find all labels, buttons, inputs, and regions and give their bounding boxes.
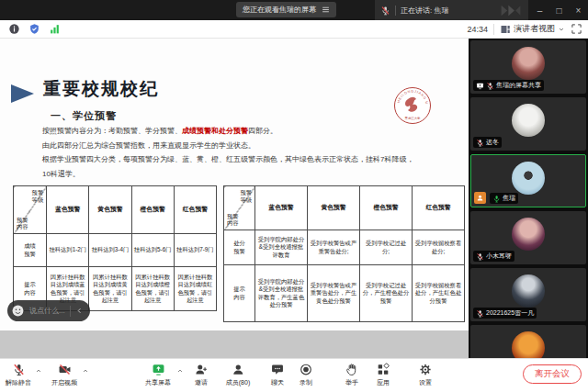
avatar xyxy=(512,104,545,137)
participant-tile[interactable]: 20221625雷一凡 xyxy=(470,268,586,321)
screen-watch-banner[interactable]: 您正在观看焦瑞的屏幕 xyxy=(236,2,336,17)
share-screen-icon xyxy=(152,363,165,376)
emoji-smiley-icon[interactable] xyxy=(11,304,25,318)
column-header: 蓝色预警 xyxy=(47,186,89,234)
corner-top-label: 预警等级 xyxy=(31,189,44,203)
table-row: 成绩预警 挂科达到1-2门 挂科达到3-4门 挂科达到5-6门 挂科达到7-9门 xyxy=(14,234,217,267)
participant-label: 迟冬 xyxy=(473,137,502,148)
table-cell: 受到学校警告或严重警告处分，产生黄色处分预警 xyxy=(308,265,360,322)
muted-mic-icon xyxy=(476,252,484,261)
paragraph-1-pre: 按照预警内容分为：考勤预警、学分预警、 xyxy=(42,127,182,135)
chat-button[interactable]: 聊天 xyxy=(271,363,285,387)
table-cell: 因累计挂科数目达到成绩黄色预警，请引起注意 xyxy=(89,267,131,311)
close-button[interactable]: × xyxy=(569,0,588,20)
menu-icon[interactable] xyxy=(322,6,330,14)
table-cell: 受到学校记过处分; xyxy=(360,230,413,265)
invite-person-icon xyxy=(195,363,209,376)
table-cell: 受到学校警告或严重警告处分; xyxy=(308,230,360,265)
share-screen-label: 共享屏幕 xyxy=(145,378,171,387)
meeting-info-icon[interactable] xyxy=(8,23,20,35)
participant-tile-share[interactable]: 焦瑞的屏幕共享 xyxy=(470,40,586,94)
table-cell: 因累计挂科数目达到成绩橙色预警，请引起注意 xyxy=(131,267,174,311)
chat-input-placeholder[interactable]: 说点什么... xyxy=(29,306,65,316)
avatar xyxy=(512,162,545,195)
muted-mic-icon xyxy=(486,82,494,90)
participant-tile[interactable]: 迟冬 xyxy=(470,97,586,151)
record-label: 录制 xyxy=(300,378,312,387)
meeting-info-bar: 24:34 演讲者视图 xyxy=(0,20,588,39)
unmute-button[interactable]: 解除静音 xyxy=(6,363,31,387)
participant-label: 小木耳呀 xyxy=(473,251,514,262)
participant-tile-speaking[interactable]: 焦瑞 xyxy=(470,154,586,207)
network-signal-icon[interactable] xyxy=(49,23,61,35)
table-cell: 因累计挂科数目达到成绩红色预警，请引起注意 xyxy=(174,267,216,311)
screen-share-letterbox xyxy=(0,330,469,358)
leave-meeting-button[interactable]: 离开会议 xyxy=(523,364,582,384)
apps-button[interactable]: 应用 xyxy=(377,363,390,387)
participant-tile[interactable] xyxy=(470,325,586,358)
participant-tile[interactable]: 小木耳呀 xyxy=(470,211,586,264)
meeting-window: 您正在观看焦瑞的屏幕 正在讲话: 焦瑞 – □ × 24:34 演讲者视图 xyxy=(0,0,588,392)
paragraph-4: 10科退学。 xyxy=(42,167,458,182)
participant-name: 20221625雷一凡 xyxy=(486,308,534,318)
shared-screen-slide: 重要校规校纪 一、学位预警 按照预警内容分为：考勤预警、学分预警、成绩预警和处分… xyxy=(0,39,469,330)
divider xyxy=(493,24,494,35)
maximize-button[interactable]: □ xyxy=(549,0,569,20)
table-cell: 受到学院内部处分&受到全校通报批评教育 xyxy=(255,230,308,265)
share-options-caret[interactable] xyxy=(176,367,184,375)
participants-sidebar: 焦瑞的屏幕共享 迟冬 焦瑞 小木耳呀 xyxy=(469,39,588,358)
collapse-chevron-left-icon[interactable] xyxy=(75,307,84,315)
screen-watch-banner-text: 您正在观看焦瑞的屏幕 xyxy=(243,5,316,15)
title-triangle-bullet xyxy=(11,84,34,103)
table-cell: 挂科达到1-2门 xyxy=(47,234,89,267)
column-header: 橙色预警 xyxy=(360,186,413,230)
mic-options-caret[interactable] xyxy=(35,367,42,375)
minimize-button[interactable]: – xyxy=(530,0,549,20)
settings-button[interactable]: 设置 xyxy=(419,363,433,387)
slide-body-text: 按照预警内容分为：考勤预警、学分预警、成绩预警和处分预警四部分。 由此四部分汇总… xyxy=(42,124,458,181)
apps-grid-icon xyxy=(377,363,390,376)
participant-name: 小木耳呀 xyxy=(486,252,512,261)
record-button[interactable]: 录制 xyxy=(300,363,313,387)
apps-label: 应用 xyxy=(377,378,390,387)
start-video-button[interactable]: 开启视频 xyxy=(51,363,77,387)
paragraph-1-highlight: 成绩预警和处分预警 xyxy=(182,127,248,135)
participant-name: 焦瑞 xyxy=(503,194,515,203)
participant-label: 焦瑞 xyxy=(490,193,518,204)
avatar xyxy=(512,274,545,308)
table-cell: 挂科达到7-9门 xyxy=(174,234,216,267)
row-label: 提示内容 xyxy=(224,265,255,322)
raise-hand-button[interactable]: 举手 xyxy=(345,363,359,387)
corner-bottom-label: 预警内容 xyxy=(16,217,28,230)
invite-button[interactable]: 邀请 xyxy=(195,363,209,387)
row-label: 成绩预警 xyxy=(14,234,47,267)
view-mode-dropdown[interactable]: 演讲者视图 xyxy=(500,23,565,35)
participant-name: 焦瑞的屏幕共享 xyxy=(496,81,541,90)
speaking-label: 正在讲话: 焦瑞 xyxy=(401,6,448,16)
chat-bubble-icon xyxy=(271,363,285,376)
share-screen-button[interactable]: 共享屏幕 xyxy=(145,363,171,387)
paragraph-2: 由此四部分汇总为综合预警指数，用来直观显示学生的学业状态。 xyxy=(42,139,458,153)
status-icons xyxy=(0,23,61,35)
security-shield-icon[interactable] xyxy=(28,23,40,35)
video-options-caret[interactable] xyxy=(82,367,89,375)
column-header: 红色预警 xyxy=(174,186,216,234)
raise-hand-label: 举手 xyxy=(345,378,358,387)
score-warning-table: 预警等级 预警内容 蓝色预警 黄色预警 橙色预警 红色预警 成绩预警 挂科达到1… xyxy=(13,185,217,311)
table-cell: 受到学校留校察看处分; xyxy=(413,230,465,265)
column-header: 蓝色预警 xyxy=(255,186,308,230)
corner-top-label: 预警等级 xyxy=(240,189,253,203)
table-cell: 受到学院内部处分&受到全校通报批评教育，产生蓝色处分预警 xyxy=(255,265,308,322)
members-label: 成员(80) xyxy=(226,378,250,387)
paragraph-1-post: 四部分。 xyxy=(248,127,277,135)
table-cell: 挂科达到3-4门 xyxy=(89,234,131,267)
view-mode-label: 演讲者视图 xyxy=(514,23,555,35)
column-header: 橙色预警 xyxy=(131,186,174,234)
members-button[interactable]: 成员(80) xyxy=(226,363,250,387)
table-row: 处分预警 受到学院内部处分&受到全校通报批评教育 受到学校警告或严重警告处分; … xyxy=(224,230,465,265)
column-header: 黄色预警 xyxy=(308,186,360,230)
slide-subtitle: 一、学位预警 xyxy=(51,109,117,123)
chat-quick-input[interactable]: 说点什么... xyxy=(7,300,90,321)
active-mic-icon xyxy=(492,195,501,203)
fullscreen-icon[interactable] xyxy=(571,23,582,35)
